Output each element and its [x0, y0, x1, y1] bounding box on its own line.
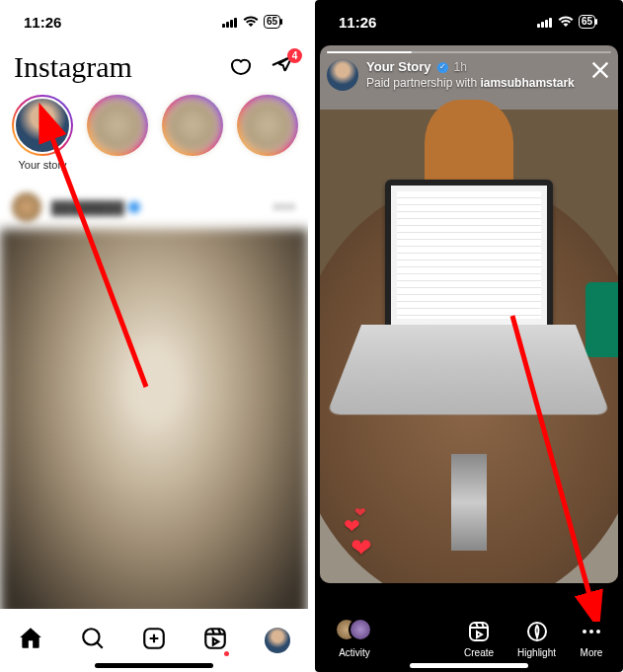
profile-avatar-icon: [265, 628, 290, 653]
status-time: 11:26: [339, 14, 376, 31]
svg-rect-10: [545, 20, 548, 28]
cellular-icon: [222, 14, 238, 31]
story-timestamp: 1h: [454, 60, 467, 76]
svg-rect-2: [230, 20, 233, 28]
messages-badge: 4: [287, 48, 302, 63]
svg-rect-0: [222, 24, 225, 28]
verified-icon: [128, 201, 140, 213]
svg-rect-9: [541, 22, 544, 28]
svg-point-16: [596, 630, 600, 634]
status-time: 11:26: [24, 14, 61, 31]
activity-button[interactable]: Activity: [335, 618, 374, 658]
wifi-icon: [558, 14, 574, 31]
messages-button[interactable]: 4: [271, 53, 294, 81]
battery-icon: 65: [579, 15, 595, 29]
svg-rect-12: [470, 623, 488, 640]
svg-rect-3: [234, 18, 237, 28]
post-header: ████████ •••: [0, 186, 308, 229]
story-header: Your Story ✓ 1h Paid partnership with ia…: [327, 59, 611, 91]
tab-home[interactable]: [18, 626, 43, 655]
more-button[interactable]: More: [580, 620, 603, 658]
status-bar: 11:26 65: [0, 0, 308, 43]
story-progress: [327, 51, 611, 53]
cellular-icon: [537, 14, 553, 31]
post-author-name[interactable]: ████████: [51, 200, 124, 215]
highlight-label: Highlight: [517, 647, 556, 658]
svg-point-14: [583, 630, 586, 634]
wifi-icon: [243, 14, 259, 31]
heart-icon: ❤: [354, 504, 366, 520]
story-title[interactable]: Your Story: [366, 59, 431, 76]
svg-point-15: [589, 630, 593, 634]
svg-rect-8: [537, 24, 540, 28]
close-button[interactable]: [589, 59, 611, 85]
story-viewer-screenshot: 11:26 65 Your Story ✓ 1h: [315, 0, 623, 672]
create-button[interactable]: Create: [464, 620, 494, 658]
svg-point-4: [83, 629, 99, 644]
create-label: Create: [464, 647, 494, 658]
story-item[interactable]: [235, 95, 300, 156]
tab-profile[interactable]: [265, 628, 290, 653]
reels-badge: [224, 651, 229, 656]
your-story-label: Your story: [18, 159, 66, 171]
paid-partnership-label: Paid partnership with: [366, 76, 480, 90]
instagram-logo[interactable]: Instagram: [14, 50, 211, 84]
svg-rect-1: [226, 22, 229, 28]
tab-create[interactable]: [141, 626, 167, 655]
story-footer: Activity Create Highlight More: [315, 618, 623, 658]
svg-rect-11: [549, 18, 552, 28]
verified-icon: ✓: [437, 62, 448, 73]
post-menu-button[interactable]: •••: [273, 198, 296, 216]
highlight-button[interactable]: Highlight: [517, 620, 556, 658]
more-label: More: [581, 647, 603, 658]
story-item[interactable]: [85, 95, 150, 156]
status-bar: 11:26 65: [315, 0, 623, 43]
post-author-avatar[interactable]: [12, 192, 41, 222]
tab-search[interactable]: [80, 626, 106, 655]
svg-rect-6: [206, 629, 226, 648]
home-indicator: [95, 663, 213, 668]
your-story[interactable]: Your story: [10, 95, 75, 171]
viewer-avatars: [335, 618, 374, 643]
partner-handle[interactable]: iamsubhamstark: [480, 76, 574, 90]
story-author-avatar[interactable]: [327, 59, 358, 91]
story-item[interactable]: [160, 95, 225, 156]
post-image[interactable]: [0, 229, 308, 620]
story-media[interactable]: [320, 45, 618, 583]
instagram-header: Instagram 4: [0, 43, 308, 91]
feed-screenshot: 11:26 65 Instagram 4 Your story: [0, 0, 308, 672]
notifications-button[interactable]: [229, 53, 253, 81]
tab-reels[interactable]: [202, 626, 228, 655]
stories-tray[interactable]: Your story: [0, 91, 308, 186]
home-indicator: [410, 663, 528, 668]
battery-icon: 65: [264, 15, 280, 29]
activity-label: Activity: [339, 647, 370, 658]
